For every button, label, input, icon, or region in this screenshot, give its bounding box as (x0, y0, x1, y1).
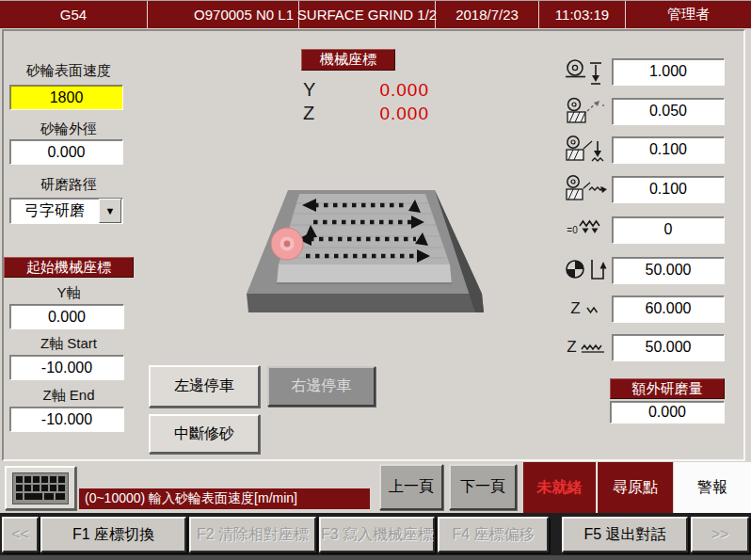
machine-z-value: 0.000 (311, 104, 429, 124)
sparkout-count-field[interactable]: 0 (612, 216, 725, 244)
param-row: Z 50.000 (561, 332, 730, 362)
page-forward-key: >> (691, 517, 749, 552)
z-rapid-level-icon: Z (561, 294, 612, 324)
surface-speed-label: 砂輪表面速度 (4, 62, 134, 79)
z-grind-level-icon: Z (561, 332, 612, 362)
f2-clear-relative-coords-key: F2 清除相對座標 (189, 517, 316, 552)
z-start-label: Z軸 Start (4, 335, 134, 352)
prev-page-button[interactable]: 上一頁 (379, 464, 443, 510)
park-left-button[interactable]: 左邊停車 (149, 365, 260, 408)
status-message-bar: (0~10000) 輸入砂輪表面速度[m/min] (79, 488, 370, 509)
find-home-button[interactable]: 尋原點 (597, 462, 673, 513)
function-key-row: << F1 座標切換 F2 清除相對座標 F3 寫入機械座標 F4 座標偏移 F… (0, 513, 751, 560)
param-row: 0.100 (561, 174, 730, 204)
f5-exit-dialog-key[interactable]: F5 退出對話 (562, 517, 688, 552)
z-grind-level-field[interactable]: 50.000 (612, 334, 725, 361)
next-page-button[interactable]: 下一頁 (449, 464, 517, 510)
rough-downfeed-field[interactable]: 0.100 (612, 136, 725, 164)
f1-coord-switch-key[interactable]: F1 座標切換 (40, 517, 186, 552)
page-back-key: << (2, 517, 39, 552)
y-axis-field[interactable]: 0.000 (9, 304, 124, 329)
sparkout-zero-icon: =0 (561, 215, 612, 245)
wheel-fine-downfeed-icon (561, 174, 612, 204)
param-row: =0 0 (561, 215, 730, 245)
g-code-display: G54 (0, 1, 148, 28)
y-axis-label: Y軸 (4, 284, 134, 301)
wheel-lift-path-icon (561, 255, 612, 285)
dropdown-arrow-button[interactable]: ▼ (99, 199, 121, 223)
z-rapid-level-field[interactable]: 60.000 (612, 296, 725, 323)
program-number: O970005 N0 L1 (148, 1, 299, 28)
f3-write-machine-coords-key: F3 寫入機械座標 (319, 517, 435, 552)
chevron-down-icon: ▼ (105, 205, 116, 216)
grind-path-dropdown[interactable]: 弓字研磨 ▼ (9, 198, 123, 224)
date-display: 2018/7/23 (436, 1, 539, 28)
grind-table-3d-graphic (241, 168, 538, 335)
lift-height-field[interactable]: 50.000 (612, 257, 725, 284)
grind-path-label: 研磨路徑 (4, 176, 134, 193)
extra-grind-field[interactable]: 0.000 (610, 401, 725, 424)
cnc-grinder-screen: G54 O970005 N0 L1 SURFACE GRIND 1/2 2018… (0, 0, 751, 560)
interrupt-dress-button[interactable]: 中斷修砂 (149, 414, 260, 454)
grinding-wheel-icon (271, 228, 303, 260)
titlebar: G54 O970005 N0 L1 SURFACE GRIND 1/2 2018… (0, 0, 751, 28)
screen-title: SURFACE GRIND 1/2 (299, 1, 436, 28)
param-row: 1.000 (561, 56, 730, 87)
surface-speed-field[interactable]: 1800 (9, 85, 123, 110)
wheel-dress-feed-icon (561, 96, 612, 126)
start-coords-header: 起始機械座標 (4, 257, 134, 278)
user-role-display: 管理者 (626, 1, 751, 28)
extra-grind-header: 額外研磨量 (610, 378, 725, 399)
param-row: 0.050 (561, 96, 730, 126)
wheel-rough-downfeed-icon (561, 135, 612, 165)
park-right-button[interactable]: 右邊停車 (267, 366, 376, 407)
machine-coords-header: 機械座標 (301, 49, 395, 71)
keyboard-icon (12, 472, 69, 504)
z-end-field[interactable]: -10.000 (9, 407, 124, 432)
machine-y-value: 0.000 (311, 80, 429, 101)
dress-feed-field[interactable]: 0.050 (612, 98, 725, 125)
not-ready-status-badge: 未就緒 (523, 462, 596, 513)
f4-coord-offset-key: F4 座標偏移 (438, 517, 549, 552)
virtual-keyboard-button[interactable] (5, 466, 76, 510)
z-start-field[interactable]: -10.000 (9, 355, 124, 380)
param-row: Z 60.000 (561, 294, 730, 324)
wheel-total-downfeed-icon (561, 56, 612, 87)
grind-path-selected-value: 弓字研磨 (10, 201, 99, 221)
wheel-diameter-field[interactable]: 0.000 (9, 139, 123, 165)
param-row: 50.000 (561, 255, 730, 285)
z-end-label: Z軸 End (4, 387, 134, 404)
wheel-diameter-label: 砂輪外徑 (4, 120, 134, 137)
alarm-button[interactable]: 警報 (674, 462, 751, 513)
fine-downfeed-field[interactable]: 0.100 (612, 176, 725, 203)
total-downfeed-field[interactable]: 1.000 (612, 58, 725, 86)
param-row: 0.100 (561, 135, 730, 165)
time-display: 11:03:19 (539, 1, 626, 28)
